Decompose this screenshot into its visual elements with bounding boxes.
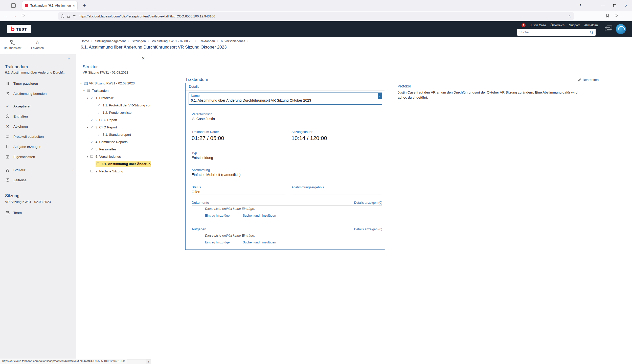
action-zeitreise[interactable]: Zeitreise <box>0 175 76 185</box>
app-header: b TEST ! Justin Case Österreich Support … <box>0 21 632 37</box>
action-protokoll-bearbeiten[interactable]: Protokoll bearbeiten <box>0 131 76 142</box>
scroll-right-icon[interactable]: › <box>146 359 151 364</box>
empty-list-text: Diese Liste enthält keine Einträge. <box>205 207 255 211</box>
action-aufgabe-erzeugen[interactable]: Aufgabe erzeugen <box>0 142 76 152</box>
abstimmung-field[interactable]: Abstimmung Einfache Mehrheit (namentlich… <box>192 168 382 178</box>
search-add-link[interactable]: Suchen und hinzufügen <box>243 214 276 219</box>
collapse-sidebar-icon[interactable]: « <box>68 56 70 61</box>
tree-item[interactable]: ✓ 1.2. Pendenzenliste <box>76 109 151 116</box>
details-anzeigen-link[interactable]: Details anzeigen (0) <box>354 228 382 231</box>
support-link[interactable]: Support <box>569 24 580 27</box>
structure-subtitle: VR Sitzung KW31 - 02.08.2023 <box>83 71 128 74</box>
sitzungsdauer-field[interactable]: Sitzungsdauer 10:14 / 120:00 <box>291 130 382 143</box>
action-struktur[interactable]: Struktur ‹ <box>0 165 76 175</box>
tree-item-label: 4. Committee Reports <box>96 140 127 144</box>
person-icon <box>192 117 195 121</box>
expander-icon[interactable]: ▾ <box>83 89 87 92</box>
window-minimize-button[interactable]: — <box>597 0 609 11</box>
expander-icon[interactable]: ▾ <box>87 97 91 99</box>
window-close-button[interactable]: ✕ <box>620 0 632 11</box>
open-square-icon <box>91 155 96 158</box>
tab-close-icon[interactable]: × <box>73 4 75 8</box>
region-link[interactable]: Österreich <box>551 24 565 27</box>
add-entry-link[interactable]: Eintrag hinzufügen <box>205 241 231 246</box>
field-label: Typ <box>192 151 382 155</box>
action-eigenschaften[interactable]: Eigenschaften <box>0 152 76 162</box>
done-check-icon: ✓ <box>91 96 96 100</box>
lock-icon[interactable] <box>67 14 70 18</box>
save-page-icon[interactable] <box>605 14 610 18</box>
tree-item-root[interactable]: ▾ VR Sitzung KW31 - 02.08.2023 <box>76 80 151 87</box>
team-label: Team <box>13 211 22 215</box>
tree-item[interactable]: ✓ 4. Committee Reports <box>76 138 151 146</box>
tree-item[interactable]: 7. Nächste Sitzung <box>76 168 151 175</box>
user-avatar[interactable] <box>616 24 626 34</box>
window-maximize-button[interactable] <box>609 0 620 11</box>
details-anzeigen-link[interactable]: Details anzeigen (0) <box>354 201 382 204</box>
protokoll-text[interactable]: Justin Case fragt den VR an um den Durch… <box>398 90 586 100</box>
shield-icon[interactable] <box>61 14 64 18</box>
workplace-switcher-icon[interactable] <box>605 25 612 32</box>
structure-title: Struktur <box>83 64 98 70</box>
add-entry-link[interactable]: Eintrag hinzufügen <box>205 214 231 219</box>
breadcrumb-item[interactable]: Home <box>81 39 94 43</box>
logout-link[interactable]: Abmelden <box>584 24 598 27</box>
tree-view-button[interactable]: Baumansicht <box>2 40 24 50</box>
permissions-swap-icon[interactable] <box>73 15 76 18</box>
search-add-link[interactable]: Suchen und hinzufügen <box>243 241 276 246</box>
site-favicon-icon <box>25 4 28 7</box>
search-input[interactable] <box>519 30 588 34</box>
tree-item-selected[interactable]: 6.1. Abstimmung über Änderung <box>76 160 151 168</box>
action-timer-pausieren[interactable]: Timer pausieren <box>0 78 76 88</box>
tree-item[interactable]: ✓ 1.1. Protokoll der VR-Sitzung von 2... <box>76 102 151 109</box>
firefox-view-icon[interactable] <box>11 3 16 8</box>
sidebar-context-title: Traktandum <box>5 64 28 70</box>
breadcrumb-item[interactable]: Traktanden <box>199 39 220 43</box>
close-panel-icon[interactable]: × <box>142 55 145 62</box>
search-icon[interactable] <box>590 30 594 34</box>
done-check-icon: ✓ <box>91 140 96 144</box>
tree-item[interactable]: ▾ ✓ 1. Protokolle <box>76 94 151 102</box>
edit-button[interactable]: Bearbeiten <box>578 78 599 82</box>
tree-item[interactable]: ▾ ✓ 3. CFO Report <box>76 124 151 131</box>
alert-icon[interactable]: ! <box>522 23 526 27</box>
expander-icon[interactable]: ▾ <box>87 155 91 158</box>
app-logo[interactable]: b TEST <box>7 25 31 33</box>
expander-icon[interactable]: ▾ <box>87 126 91 129</box>
abstimmungsergebnis-field[interactable]: Abstimmungsergebnis <box>291 185 382 194</box>
tree-item[interactable]: ▾ Traktanden <box>76 87 151 94</box>
tree-item[interactable]: ✓ 2. CEO Report <box>76 116 151 124</box>
browser-tab[interactable]: Traktandum "6.1. Abstimmung × <box>22 1 77 10</box>
back-button[interactable]: ← <box>3 13 9 19</box>
tree-item-label: Traktanden <box>92 89 108 93</box>
sidebar-context-subtitle: 6.1. Abstimmung über Änderung Durchf... <box>5 71 71 74</box>
reload-button[interactable] <box>21 13 28 19</box>
breadcrumb-item[interactable]: VR Sitzung KW31 - 02.08.2... <box>152 39 198 43</box>
favorites-button[interactable]: ☆ Favoriten <box>26 40 49 50</box>
list-tabs-icon[interactable]: ▾ <box>580 3 581 7</box>
extensions-puzzle-icon[interactable] <box>614 14 618 18</box>
tree-item[interactable]: ✓ 3.1. Standardreport <box>76 131 151 138</box>
url-bar[interactable]: https://at.cloud.fabasoft.com/folio/fsca… <box>58 12 574 20</box>
expander-icon[interactable]: ▾ <box>80 82 84 85</box>
status-field[interactable]: Status Offen <box>192 185 286 194</box>
user-menu-link[interactable]: Justin Case <box>530 24 546 27</box>
action-enthalten[interactable]: Enthalten <box>0 111 76 121</box>
forward-button[interactable]: → <box>12 13 18 19</box>
action-team[interactable]: Team <box>0 208 76 218</box>
aufgaben-header: Aufgaben Details anzeigen (0) <box>192 227 382 232</box>
tree-item[interactable]: ▾ 6. Verschiedenes <box>76 153 151 160</box>
new-tab-button[interactable]: + <box>81 2 88 9</box>
tree-item[interactable]: ✓ 5. Personelles <box>76 146 151 153</box>
action-abstimmung-beenden[interactable]: Abstimmung beenden <box>0 88 76 99</box>
verantwortlich-field[interactable]: Verantwortlich Case Justin <box>192 112 382 122</box>
url-text[interactable]: https://at.cloud.fabasoft.com/folio/fsca… <box>79 14 566 18</box>
breadcrumb-item[interactable]: Sitzungen <box>132 39 151 43</box>
traktandum-dauer-field[interactable]: Traktandum Dauer 01:27 / 05:00 <box>192 130 286 143</box>
action-akzeptieren[interactable]: ✓ Akzeptieren <box>0 101 76 111</box>
breadcrumb-item[interactable]: 6. Verschiedenes <box>221 39 250 43</box>
action-ablehnen[interactable]: ✕ Ablehnen <box>0 121 76 131</box>
typ-field[interactable]: Typ Entscheidung <box>192 151 382 161</box>
bookmark-star-icon[interactable]: ☆ <box>568 14 571 18</box>
breadcrumb-item[interactable]: Sitzungsmanagement <box>95 39 131 43</box>
